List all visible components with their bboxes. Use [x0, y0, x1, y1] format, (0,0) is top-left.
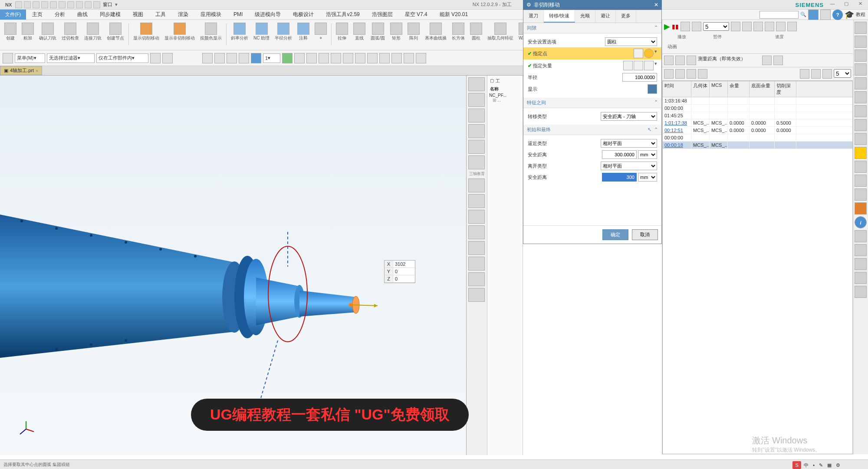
- grid-row[interactable]: 01:45:25: [663, 112, 852, 119]
- command-search[interactable]: [760, 11, 799, 19]
- menu-item[interactable]: 级进模向导: [249, 10, 287, 19]
- tool-icon[interactable]: [416, 53, 426, 63]
- grid-row[interactable]: 1:01:17:38MCS_...MCS_...0.00000.00000.50…: [663, 119, 852, 127]
- target-icon[interactable]: [343, 53, 353, 63]
- ime-lang[interactable]: 中: [802, 462, 810, 469]
- menu-item[interactable]: 浩强工具v2.59: [320, 10, 365, 19]
- menu-toggle-icon[interactable]: [3, 53, 13, 63]
- dialog-tab[interactable]: 更多: [616, 10, 636, 23]
- tool-icon[interactable]: [675, 56, 685, 65]
- point-picker-icon[interactable]: [634, 49, 643, 58]
- resource-icon[interactable]: [468, 210, 485, 224]
- speed-select[interactable]: 5: [703, 22, 729, 31]
- ribbon-button[interactable]: 创建: [2, 22, 19, 41]
- ime-icon[interactable]: ▦: [825, 462, 833, 468]
- grid-row[interactable]: 00:00:18MCS_...MCS_...: [663, 142, 852, 149]
- search-icon[interactable]: 🔍: [800, 12, 806, 17]
- tool-icon[interactable]: [239, 53, 249, 63]
- panel-icon[interactable]: [855, 175, 867, 187]
- section-between[interactable]: 特征之间⌃: [523, 98, 661, 108]
- ribbon-button[interactable]: 长方体: [449, 22, 467, 41]
- resource-icon[interactable]: [468, 272, 485, 286]
- panel-icon[interactable]: [855, 77, 867, 89]
- panel-icon[interactable]: [855, 50, 867, 62]
- panel-icon[interactable]: [855, 272, 867, 284]
- tool-icon[interactable]: [765, 22, 774, 31]
- tool-icon[interactable]: [675, 69, 685, 79]
- point-constructor-icon[interactable]: [644, 49, 654, 58]
- menu-item[interactable]: 分析: [49, 10, 71, 19]
- ribbon-button[interactable]: 阵列: [405, 22, 422, 41]
- tool-icon[interactable]: [379, 53, 390, 63]
- menu-item[interactable]: PMI: [227, 10, 249, 19]
- grid-row[interactable]: 00:12:51MCS_...MCS_...0.00000.00000.0000: [663, 127, 852, 134]
- ribbon-button[interactable]: 创建节点: [104, 22, 127, 41]
- radius-input[interactable]: [622, 73, 657, 82]
- tool-icon[interactable]: [150, 53, 161, 63]
- section-clearance[interactable]: 间隙⌃: [523, 23, 661, 33]
- save-icon[interactable]: [404, 53, 414, 63]
- tool-icon[interactable]: [753, 22, 763, 31]
- tool-icon[interactable]: [202, 53, 213, 63]
- toggle-button[interactable]: [808, 10, 819, 20]
- ribbon-button[interactable]: 基本曲线操: [422, 22, 449, 41]
- resource-icon[interactable]: [468, 194, 485, 208]
- zoom-icon[interactable]: [306, 53, 317, 63]
- tool-icon[interactable]: [773, 56, 783, 65]
- maximize-button[interactable]: ▢: [841, 1, 852, 9]
- nav-root[interactable]: NC_PF...: [489, 93, 521, 98]
- titlebar-icon[interactable]: [67, 1, 74, 8]
- refresh-icon[interactable]: [282, 53, 293, 63]
- menu-item[interactable]: 渲染: [172, 10, 194, 19]
- safe-dist2-input[interactable]: [602, 173, 637, 182]
- help-button[interactable]: ?: [832, 10, 843, 20]
- panel-icon[interactable]: [855, 188, 867, 201]
- tool-icon[interactable]: [731, 22, 740, 31]
- ribbon-button[interactable]: 粗加: [19, 22, 36, 41]
- safe-option-select[interactable]: 圆柱: [605, 37, 657, 46]
- resource-icon[interactable]: [468, 241, 485, 255]
- resource-icon[interactable]: [468, 178, 485, 192]
- resource-icon[interactable]: [468, 77, 485, 91]
- tool-icon[interactable]: [822, 69, 832, 79]
- resource-icon[interactable]: [468, 93, 485, 107]
- grid-row[interactable]: 1:03:16:48: [663, 97, 852, 105]
- resource-icon[interactable]: [468, 225, 485, 239]
- panel-icon[interactable]: [855, 258, 867, 270]
- tool-icon[interactable]: [355, 53, 365, 63]
- ime-icon[interactable]: •: [811, 462, 816, 468]
- resource-icon[interactable]: [468, 124, 485, 138]
- z-value[interactable]: 0: [393, 275, 415, 282]
- tool-icon[interactable]: [294, 53, 305, 63]
- panel-icon[interactable]: [855, 147, 867, 159]
- ribbon-button[interactable]: 圆弧/圆: [368, 22, 388, 41]
- titlebar-icon[interactable]: [76, 1, 83, 8]
- tool-icon[interactable]: [776, 22, 786, 31]
- ribbon-button[interactable]: 半径分析: [272, 22, 295, 41]
- step-icon[interactable]: [692, 22, 701, 31]
- resource-icon[interactable]: [468, 155, 485, 169]
- vector-icon[interactable]: [634, 61, 643, 70]
- tool-icon[interactable]: [787, 22, 797, 31]
- unit-select[interactable]: mm: [638, 173, 657, 182]
- number-dropdown[interactable]: 1 ▾: [263, 53, 280, 63]
- ribbon-button[interactable]: 过切检查: [59, 22, 82, 41]
- depart-type-select[interactable]: 相对平面: [601, 162, 657, 170]
- nav-item[interactable]: ⊞ ...: [489, 98, 521, 102]
- operation-grid[interactable]: 时间几何体MCS余量底面余量切削深度 1:03:16:4800:00:0001:…: [662, 81, 853, 454]
- panel-icon[interactable]: [855, 119, 867, 131]
- ribbon-button[interactable]: 显示非切削移动: [162, 22, 197, 41]
- section-initfinal[interactable]: 初始和最终 ↖⌃: [523, 125, 661, 135]
- menu-item[interactable]: 曲线: [71, 10, 94, 19]
- tutorial-label[interactable]: 教程: [856, 11, 865, 18]
- pin-icon[interactable]: 工: [496, 78, 500, 84]
- close-button[interactable]: ✕: [855, 1, 865, 9]
- resource-icon[interactable]: [468, 109, 485, 122]
- titlebar-icon[interactable]: [24, 1, 31, 8]
- x-value[interactable]: 3102: [393, 261, 415, 268]
- panel-icon[interactable]: [855, 230, 867, 242]
- menu-item[interactable]: 浩强图层: [366, 10, 399, 19]
- titlebar-icon[interactable]: [85, 1, 92, 8]
- approach-type-select[interactable]: 相对平面: [601, 139, 657, 148]
- grid-column-header[interactable]: 切削深度: [775, 81, 796, 97]
